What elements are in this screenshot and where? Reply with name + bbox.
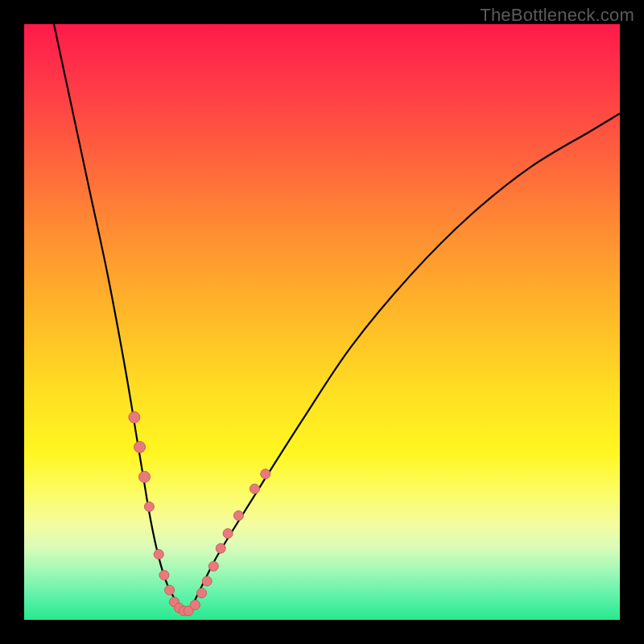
chart-overlay bbox=[24, 24, 620, 620]
data-point bbox=[250, 484, 259, 493]
data-point bbox=[129, 411, 140, 423]
data-point bbox=[138, 471, 150, 482]
data-point bbox=[233, 511, 243, 521]
chart-frame: TheBottleneck.com bbox=[0, 0, 644, 644]
data-point bbox=[165, 585, 175, 595]
data-point bbox=[223, 529, 233, 539]
data-point bbox=[197, 588, 207, 598]
data-point bbox=[208, 561, 218, 571]
data-point bbox=[216, 543, 225, 553]
data-point bbox=[202, 576, 212, 586]
data-point bbox=[144, 502, 154, 511]
data-point bbox=[154, 550, 163, 559]
data-point bbox=[261, 469, 270, 479]
data-point bbox=[134, 441, 146, 452]
bottleneck-curve bbox=[54, 24, 620, 614]
plot-area bbox=[24, 24, 620, 620]
watermark-text: TheBottleneck.com bbox=[480, 5, 634, 26]
data-point bbox=[190, 601, 200, 610]
data-point bbox=[159, 571, 169, 580]
